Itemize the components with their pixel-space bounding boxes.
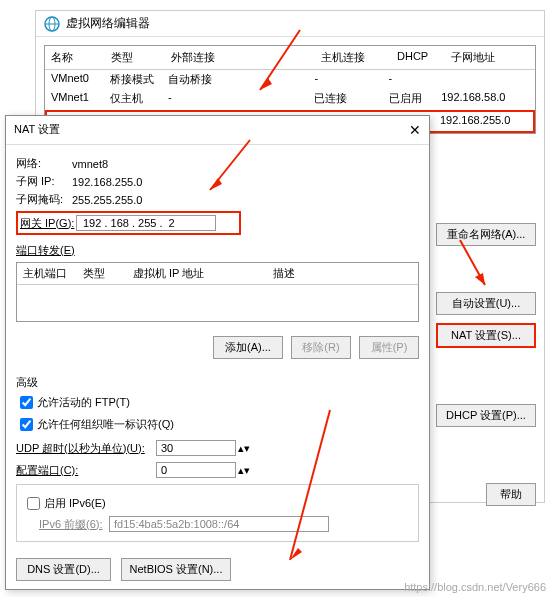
pf-col-desc: 描述 [267, 263, 367, 284]
ipv6-prefix-input[interactable] [109, 516, 329, 532]
dhcp-settings-button[interactable]: DHCP 设置(P)... [436, 404, 536, 427]
subnet-mask-value: 255.255.255.0 [72, 194, 142, 206]
pf-col-type: 类型 [77, 263, 127, 284]
col-dhcp: DHCP [391, 46, 445, 69]
netbios-settings-button[interactable]: NetBIOS 设置(N)... [121, 558, 231, 581]
properties-button[interactable]: 属性(P) [359, 336, 419, 359]
col-name: 名称 [45, 46, 105, 69]
subnet-mask-label: 子网掩码: [16, 192, 72, 207]
ftp-checkbox[interactable]: 允许活动的 FTP(T) [16, 393, 419, 412]
rename-network-button[interactable]: 重命名网络(A)... [436, 223, 536, 246]
remove-button[interactable]: 移除(R) [291, 336, 351, 359]
pf-col-vmip: 虚拟机 IP 地址 [127, 263, 267, 284]
ipv6-prefix-label: IPv6 前缀(6): [39, 517, 109, 532]
table-header: 名称 类型 外部连接 主机连接 DHCP 子网地址 [45, 46, 535, 70]
close-icon[interactable]: ✕ [409, 122, 421, 138]
gateway-ip-input[interactable] [76, 215, 216, 231]
network-label: 网络: [16, 156, 72, 171]
udp-timeout-input[interactable] [156, 440, 236, 456]
col-type: 类型 [105, 46, 165, 69]
advanced-label: 高级 [16, 375, 419, 390]
globe-icon [44, 16, 60, 32]
spinner-icon[interactable]: ▴▾ [238, 442, 250, 455]
add-button[interactable]: 添加(A)... [213, 336, 283, 359]
gateway-label: 网关 IP(G): [20, 216, 76, 231]
port-forward-label: 端口转发(E) [16, 243, 419, 258]
help-button[interactable]: 帮助 [486, 483, 536, 506]
nat-settings-button[interactable]: NAT 设置(S)... [436, 323, 536, 348]
col-external: 外部连接 [165, 46, 315, 69]
nat-settings-dialog: NAT 设置 ✕ 网络:vmnet8 子网 IP:192.168.255.0 子… [5, 115, 430, 590]
subnet-ip-label: 子网 IP: [16, 174, 72, 189]
auto-settings-button[interactable]: 自动设置(U)... [436, 292, 536, 315]
config-port-label: 配置端口(C): [16, 463, 156, 478]
org-checkbox[interactable]: 允许任何组织唯一标识符(Q) [16, 415, 419, 434]
col-subnet: 子网地址 [445, 46, 535, 69]
dialog-title: NAT 设置 [14, 122, 60, 138]
ipv6-checkbox[interactable]: 启用 IPv6(E) [23, 494, 412, 513]
table-row[interactable]: VMnet0 桥接模式 自动桥接 - - [45, 70, 535, 89]
table-row[interactable]: VMnet1 仅主机 - 已连接 已启用 192.168.58.0 [45, 89, 535, 108]
watermark: https://blog.csdn.net/Very666 [404, 581, 546, 593]
subnet-ip-value: 192.168.255.0 [72, 176, 142, 188]
udp-timeout-label: UDP 超时(以秒为单位)(U): [16, 441, 156, 456]
network-value: vmnet8 [72, 158, 108, 170]
spinner-icon[interactable]: ▴▾ [238, 464, 250, 477]
pf-col-hostport: 主机端口 [17, 263, 77, 284]
window-title: 虚拟网络编辑器 [66, 15, 150, 32]
config-port-input[interactable] [156, 462, 236, 478]
col-host: 主机连接 [315, 46, 391, 69]
port-forward-table: 主机端口 类型 虚拟机 IP 地址 描述 [16, 262, 419, 322]
dns-settings-button[interactable]: DNS 设置(D)... [16, 558, 111, 581]
title-bar: 虚拟网络编辑器 [36, 11, 544, 37]
